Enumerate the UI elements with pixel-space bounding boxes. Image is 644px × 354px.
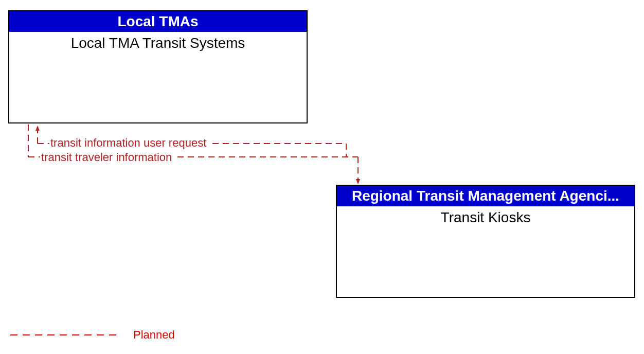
entity-local-tma-header: Local TMAs: [9, 11, 307, 32]
flow-label-user-request: transit information user request: [50, 136, 206, 150]
entity-transit-kiosks-header: Regional Transit Management Agenci...: [337, 186, 634, 206]
legend-planned-label: Planned: [133, 328, 175, 342]
entity-local-tma-title: Local TMA Transit Systems: [9, 32, 307, 51]
flow-label-traveler-info: transit traveler information: [41, 151, 172, 164]
entity-transit-kiosks-title: Transit Kiosks: [337, 206, 634, 226]
entity-transit-kiosks[interactable]: Regional Transit Management Agenci... Tr…: [336, 185, 635, 298]
entity-local-tma[interactable]: Local TMAs Local TMA Transit Systems: [8, 10, 308, 123]
